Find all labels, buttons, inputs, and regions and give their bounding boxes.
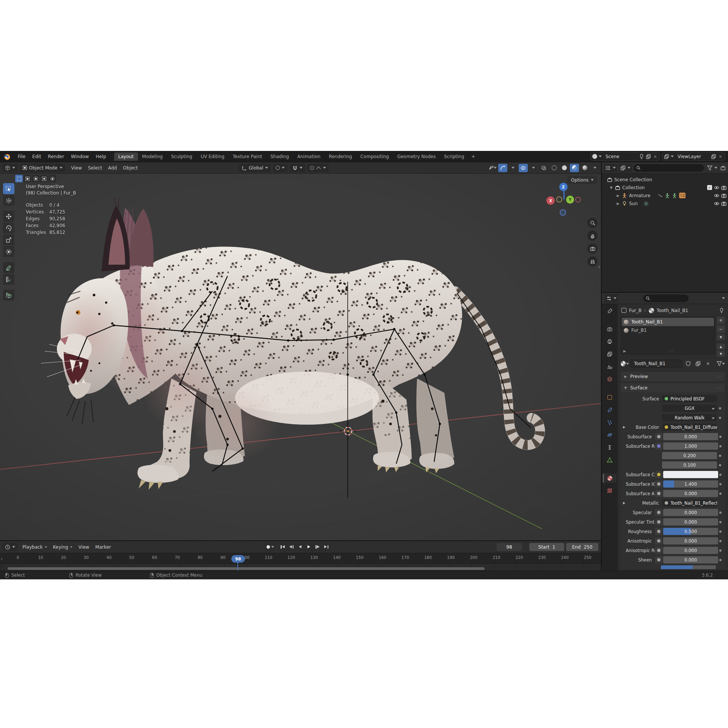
node-socket-button[interactable] <box>655 480 662 488</box>
node-socket-button[interactable] <box>655 442 662 450</box>
node-socket-button[interactable] <box>655 471 662 478</box>
expand-icon[interactable]: ▶ <box>616 194 620 198</box>
decorator-dot[interactable] <box>718 445 723 447</box>
property-field[interactable]: 1.000 <box>663 442 718 450</box>
breadcrumb-object[interactable]: Fur_B <box>629 308 642 313</box>
slot-specials-button[interactable]: ▼ <box>717 334 725 340</box>
decorator-dot[interactable] <box>717 455 723 457</box>
node-socket-button[interactable] <box>655 556 662 563</box>
ortho-toggle-button[interactable] <box>587 256 598 267</box>
auto-keying-button[interactable] <box>265 543 275 551</box>
tab-world[interactable] <box>603 375 617 384</box>
material-browse-button[interactable] <box>621 359 629 368</box>
topbar-menu-item[interactable]: Help <box>92 153 109 160</box>
frame-start-field[interactable]: Start 1 <box>529 543 564 551</box>
unlink-scene-icon[interactable]: × <box>653 154 658 159</box>
tab-physics[interactable] <box>603 430 617 439</box>
gizmo-z-neg-axis[interactable] <box>560 209 566 216</box>
viewport-canvas[interactable] <box>0 174 601 540</box>
material-slot[interactable]: Tooth_Nail_B1 <box>622 318 714 326</box>
outliner-search-input[interactable] <box>642 165 701 171</box>
decorator-dot[interactable] <box>717 502 723 504</box>
node-socket-button[interactable] <box>655 547 662 554</box>
box-select-button[interactable] <box>24 175 31 182</box>
add-slot-button[interactable]: + <box>717 317 725 324</box>
move-tool[interactable] <box>3 211 14 222</box>
workspace-tab[interactable]: Compositing <box>356 152 393 161</box>
play-button[interactable] <box>304 543 313 551</box>
property-field[interactable]: 0.200 <box>662 452 717 459</box>
material-slot[interactable]: Fur_B1 <box>622 326 714 334</box>
outliner-search[interactable] <box>634 164 704 172</box>
property-field[interactable]: 0.500 <box>663 528 718 535</box>
property-field[interactable]: Tooth_Nail_B1_Reflect... <box>662 499 717 507</box>
workspace-tab[interactable]: Sculpting <box>167 152 196 161</box>
tab-constraints[interactable] <box>603 443 617 452</box>
preview-panel-header[interactable]: ▶ Preview :::: <box>621 372 725 381</box>
timeline-scrollbar[interactable] <box>8 567 485 570</box>
viewport-3d[interactable]: Object Mode ViewSelectAddObject Global <box>0 162 601 540</box>
property-field[interactable]: 0.000 <box>663 547 718 554</box>
play-reverse-button[interactable] <box>296 543 304 551</box>
timeline-region-arrow[interactable]: › <box>1 556 3 562</box>
shading-wireframe-button[interactable] <box>549 164 559 172</box>
rotate-tool[interactable] <box>3 223 14 234</box>
zoom-button[interactable] <box>587 218 598 228</box>
decorator-dot[interactable] <box>718 511 723 514</box>
tab-material[interactable] <box>603 474 617 483</box>
frame-end-field[interactable]: End 250 <box>566 543 598 551</box>
workspace-tab[interactable]: Geometry Nodes <box>393 152 440 161</box>
collection-checkbox[interactable]: ✓ <box>707 185 712 190</box>
viewport-menu-item[interactable]: View <box>68 164 85 172</box>
viewport-menu-item[interactable]: Select <box>85 164 105 172</box>
gizmo-z-axis[interactable]: Z <box>559 183 568 191</box>
tab-tool[interactable] <box>603 306 617 315</box>
shading-solid-button[interactable] <box>560 164 569 172</box>
current-frame-field[interactable]: 98 <box>497 543 522 551</box>
properties-search-input[interactable] <box>652 296 686 301</box>
property-field[interactable]: 0.100 <box>662 461 717 469</box>
timeline-ruler[interactable]: 0102030405060708090100110120130140150160… <box>0 553 601 564</box>
outliner-display-mode-button[interactable] <box>619 164 632 172</box>
topbar-menu-item[interactable]: Edit <box>29 153 44 160</box>
slot-list-expand-icon[interactable]: ▶ <box>623 349 626 353</box>
shading-dropdown[interactable] <box>590 164 599 172</box>
timeline-menu-item[interactable]: Marker <box>92 543 114 551</box>
next-keyframe-button[interactable] <box>313 543 322 551</box>
property-field[interactable]: 0.000 <box>663 518 718 526</box>
scene-selector[interactable]: Scene × <box>590 152 660 161</box>
decorator-dot[interactable] <box>718 521 723 523</box>
tab-render[interactable] <box>603 325 617 334</box>
outliner-editor-type-button[interactable] <box>604 164 617 172</box>
workspace-tab[interactable]: Layout <box>114 152 138 161</box>
decorator-dot[interactable] <box>718 559 723 561</box>
decorator-dot[interactable] <box>718 493 723 495</box>
new-viewlayer-icon[interactable] <box>711 154 716 159</box>
playhead[interactable]: 98 <box>231 555 245 563</box>
cursor-tool[interactable] <box>3 195 14 206</box>
tab-texture[interactable] <box>603 486 617 495</box>
region-toggle-arrow[interactable]: ‹ <box>598 264 600 270</box>
timeline-menu-item[interactable]: Keying <box>50 543 75 551</box>
shading-material-button[interactable] <box>570 164 579 172</box>
properties-editor-type-button[interactable] <box>605 294 618 303</box>
decorator-dot[interactable] <box>717 398 723 400</box>
expand-arrow-icon[interactable]: ▶ <box>621 425 627 429</box>
tab-object-data[interactable] <box>603 455 617 464</box>
render-camera-icon[interactable] <box>721 185 726 190</box>
tab-modifiers[interactable] <box>603 405 617 414</box>
decorator-dot[interactable] <box>717 464 723 466</box>
fake-user-button[interactable] <box>684 359 692 368</box>
tab-particles[interactable] <box>603 418 617 427</box>
unlink-material-button[interactable]: × <box>704 359 712 368</box>
remove-slot-button[interactable]: − <box>717 325 725 333</box>
timeline-menu-item[interactable]: Playback <box>19 543 50 551</box>
remove-viewlayer-icon[interactable]: × <box>718 154 723 159</box>
add-cube-tool[interactable] <box>3 290 14 301</box>
new-scene-icon[interactable] <box>646 154 651 159</box>
property-field[interactable]: 0.000 <box>663 490 718 497</box>
mode-dropdown[interactable]: Object Mode <box>20 164 65 172</box>
breadcrumb-material[interactable]: Tooth_Nail_B1 <box>657 308 688 313</box>
render-camera-icon[interactable] <box>721 201 726 206</box>
jump-to-start-button[interactable] <box>278 543 287 551</box>
